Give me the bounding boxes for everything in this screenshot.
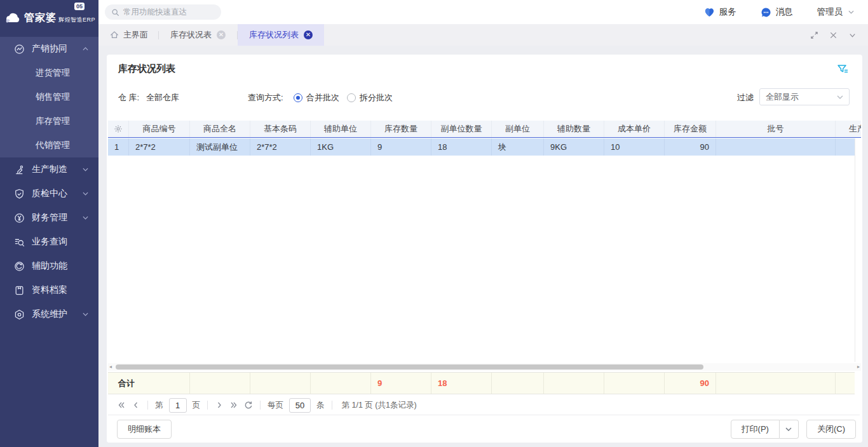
sidebar-item-label: 辅助功能 — [32, 260, 67, 272]
warehouse-label: 仓 库: — [118, 92, 139, 103]
table-cell: 2*7*2 — [250, 138, 311, 156]
column-header[interactable]: 批号 — [716, 121, 836, 137]
tab-label: 库存状况列表 — [249, 29, 299, 41]
page-label-post: 页 — [193, 400, 201, 411]
table-row[interactable]: 12*7*2测试副单位2*7*21KG918块9KG1090 — [108, 138, 855, 156]
pager-divider — [332, 401, 332, 410]
chevron-down-icon — [837, 95, 843, 99]
erp-app: 管家婆 辉煌智造ERP 05 产销协同进货管理销售管理库存管理代销管理生产制造质… — [0, 0, 868, 447]
sidebar-item-archive[interactable]: 资料档案 — [0, 278, 98, 302]
inventory-grid: 商品编号商品全名基本条码辅助单位库存数量副单位数量副单位辅助数量成本单价库存金额… — [108, 121, 861, 362]
tab-window-controls — [810, 31, 857, 39]
summary-cell — [492, 373, 544, 394]
tab-inventory-status[interactable]: 库存状况表 ✕ — [159, 24, 237, 46]
page-size-input[interactable] — [289, 398, 311, 413]
assist-icon — [14, 261, 25, 272]
topbar-actions: 服务 消息 管理员 — [704, 6, 855, 18]
scrollbar-thumb[interactable] — [116, 364, 703, 370]
sidebar-subitem[interactable]: 库存管理 — [0, 109, 98, 133]
sidebar-subitem[interactable]: 进货管理 — [0, 61, 98, 85]
column-header[interactable]: 商品全名 — [190, 121, 250, 137]
sidebar-subitem[interactable]: 代销管理 — [0, 133, 98, 157]
table-cell: 1KG — [311, 138, 371, 156]
brand-name: 管家婆 — [24, 11, 57, 25]
sidebar-group: 系统维护 — [0, 302, 98, 326]
close-icon[interactable] — [829, 31, 837, 39]
detail-ledger-button[interactable]: 明细账本 — [117, 420, 172, 439]
user-menu[interactable]: 管理员 — [817, 6, 855, 18]
sidebar-item-maintain[interactable]: 系统维护 — [0, 302, 98, 326]
close-button[interactable]: 关闭(C) — [806, 420, 856, 439]
column-header[interactable]: 辅助数量 — [544, 121, 604, 137]
column-header[interactable]: 副单位数量 — [431, 121, 492, 137]
search-input[interactable]: 常用功能快速直达 — [105, 4, 221, 20]
messages-button[interactable]: 消息 — [761, 6, 793, 18]
column-settings-cell[interactable] — [108, 121, 129, 137]
sidebar-item-assist[interactable]: 辅助功能 — [0, 254, 98, 278]
radio-label: 合并批次 — [306, 92, 339, 103]
brand-suffix: 辉煌智造ERP — [58, 16, 95, 24]
prev-page-button[interactable] — [132, 401, 140, 410]
query-mode-label: 查询方式: — [248, 92, 283, 103]
filter-select[interactable]: 全部显示 — [759, 88, 850, 105]
chevron-down-icon — [785, 427, 792, 431]
last-page-button[interactable] — [229, 401, 238, 410]
sidebar-item-quality[interactable]: 质检中心 — [0, 182, 98, 206]
refresh-icon[interactable] — [244, 401, 253, 410]
column-header[interactable]: 库存金额 — [665, 121, 716, 137]
print-button[interactable]: 打印(P) — [731, 420, 780, 439]
summary-row: 合计91890 — [108, 372, 855, 394]
tab-close-icon[interactable]: ✕ — [217, 30, 226, 39]
home-icon — [110, 30, 119, 39]
page-number-input[interactable] — [169, 398, 187, 413]
next-page-button[interactable] — [215, 401, 224, 410]
vertical-scrollbar[interactable] — [855, 138, 861, 362]
column-header[interactable]: 生产日期 — [836, 121, 861, 137]
horizontal-scrollbar[interactable]: ◂ ▸ — [108, 363, 861, 371]
search-placeholder: 常用功能快速直达 — [123, 7, 187, 18]
chevron-up-icon — [83, 47, 88, 51]
service-label: 服务 — [719, 6, 736, 18]
tab-close-icon[interactable]: ✕ — [304, 30, 313, 39]
sidebar-item-query[interactable]: 业务查询 — [0, 230, 98, 254]
gear-icon — [114, 124, 123, 133]
scroll-right-icon[interactable]: ▸ — [857, 364, 860, 370]
column-header[interactable]: 基本条码 — [250, 121, 311, 137]
brand-cloud-icon — [5, 12, 22, 23]
first-page-button[interactable] — [117, 401, 126, 410]
summary-cell — [716, 373, 836, 394]
column-header[interactable]: 副单位 — [492, 121, 544, 137]
filter-funnel-icon[interactable] — [837, 63, 848, 75]
chevron-down-icon — [83, 168, 88, 171]
service-button[interactable]: 服务 — [704, 6, 736, 18]
column-header[interactable]: 成本单价 — [604, 121, 665, 137]
radio-merge-batch[interactable]: 合并批次 — [294, 92, 339, 103]
sidebar-item-finance[interactable]: 财务管理 — [0, 206, 98, 230]
radio-split-batch[interactable]: 拆分批次 — [347, 92, 393, 103]
content-area: 库存状况列表 仓 库: 全部仓库 查询方式: 合并批次 拆分批次 — [98, 46, 868, 447]
sidebar-item-sync[interactable]: 产销协同 — [0, 37, 98, 61]
table-cell: 9 — [371, 138, 431, 156]
radio-selected-icon — [294, 93, 302, 102]
sidebar-subitem[interactable]: 销售管理 — [0, 85, 98, 109]
page-label-pre: 第 — [155, 400, 163, 411]
column-header[interactable]: 辅助单位 — [311, 121, 371, 137]
pagination-info: 第 1/1 页 (共1条记录) — [342, 400, 417, 411]
print-dropdown-button[interactable] — [780, 420, 799, 439]
sidebar: 管家婆 辉煌智造ERP 05 产销协同进货管理销售管理库存管理代销管理生产制造质… — [0, 0, 98, 447]
sidebar-item-manufacture[interactable]: 生产制造 — [0, 157, 98, 182]
page-title: 库存状况列表 — [118, 63, 175, 75]
sidebar-item-label: 质检中心 — [32, 188, 67, 199]
sidebar-group: 产销协同进货管理销售管理库存管理代销管理 — [0, 37, 98, 157]
column-header[interactable]: 库存数量 — [371, 121, 431, 137]
scroll-left-icon[interactable]: ◂ — [109, 364, 112, 370]
tab-inventory-status-list[interactable]: 库存状况列表 ✕ — [238, 24, 324, 46]
expand-icon[interactable] — [810, 31, 818, 39]
column-header[interactable]: 商品编号 — [129, 121, 190, 137]
chevron-down-icon[interactable] — [848, 31, 857, 39]
sync-icon — [14, 44, 25, 55]
pagination: 第 页 每页 条 第 1/1 页 (共1条记录) — [108, 396, 860, 415]
table-cell: 2*7*2 — [129, 138, 190, 156]
sidebar-menu: 产销协同进货管理销售管理库存管理代销管理生产制造质检中心财务管理业务查询辅助功能… — [0, 37, 98, 326]
tab-home[interactable]: 主界面 — [98, 24, 158, 46]
